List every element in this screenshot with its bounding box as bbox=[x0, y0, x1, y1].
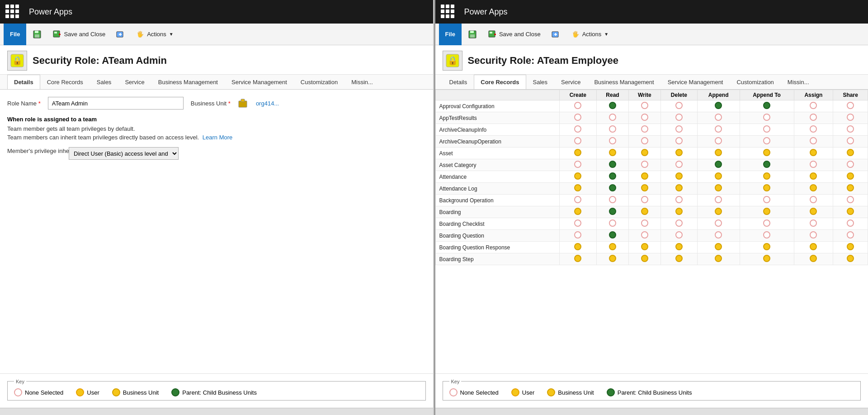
table-cell-perm[interactable] bbox=[697, 171, 740, 183]
perm-circle[interactable] bbox=[847, 231, 854, 239]
table-cell-perm[interactable] bbox=[559, 230, 597, 242]
perm-circle[interactable] bbox=[641, 219, 648, 227]
perm-circle[interactable] bbox=[810, 172, 817, 180]
perm-circle[interactable] bbox=[847, 172, 854, 180]
perm-circle[interactable] bbox=[847, 219, 854, 227]
perm-circle[interactable] bbox=[574, 196, 581, 203]
save-icon-left[interactable] bbox=[28, 26, 46, 43]
perm-circle[interactable] bbox=[574, 184, 581, 191]
tab-business-mgmt-right[interactable]: Business Management bbox=[587, 75, 660, 89]
table-cell-perm[interactable] bbox=[628, 183, 660, 195]
perm-circle[interactable] bbox=[763, 125, 770, 133]
business-unit-link[interactable]: org414... bbox=[256, 100, 279, 107]
tab-sales-left[interactable]: Sales bbox=[90, 75, 118, 89]
perm-circle[interactable] bbox=[641, 243, 648, 250]
perm-circle[interactable] bbox=[847, 114, 854, 121]
table-cell-perm[interactable] bbox=[740, 171, 794, 183]
perm-circle[interactable] bbox=[810, 184, 817, 191]
table-cell-perm[interactable] bbox=[833, 183, 868, 195]
perm-circle[interactable] bbox=[609, 208, 616, 215]
table-cell-perm[interactable] bbox=[697, 230, 740, 242]
table-cell-perm[interactable] bbox=[597, 230, 629, 242]
actions-button-right[interactable]: 🖐️ Actions ▼ bbox=[566, 26, 613, 43]
perm-circle[interactable] bbox=[763, 149, 770, 156]
perm-circle[interactable] bbox=[675, 196, 683, 203]
waffle-icon-right[interactable] bbox=[441, 5, 455, 19]
table-cell-perm[interactable] bbox=[559, 124, 597, 136]
perm-circle[interactable] bbox=[609, 243, 616, 250]
tab-missing-right[interactable]: Missin... bbox=[781, 75, 816, 89]
perm-circle[interactable] bbox=[609, 137, 616, 144]
table-cell-perm[interactable] bbox=[833, 171, 868, 183]
perm-circle[interactable] bbox=[847, 149, 854, 156]
perm-circle[interactable] bbox=[675, 161, 683, 168]
perm-circle[interactable] bbox=[675, 231, 683, 239]
perm-circle[interactable] bbox=[574, 172, 581, 180]
table-cell-perm[interactable] bbox=[597, 112, 629, 124]
table-cell-perm[interactable] bbox=[661, 253, 698, 265]
tab-details-left[interactable]: Details bbox=[7, 75, 40, 90]
table-cell-perm[interactable] bbox=[833, 136, 868, 148]
table-cell-perm[interactable] bbox=[833, 206, 868, 218]
perm-circle[interactable] bbox=[675, 102, 683, 109]
table-cell-perm[interactable] bbox=[597, 195, 629, 206]
table-cell-perm[interactable] bbox=[697, 112, 740, 124]
perm-circle[interactable] bbox=[574, 255, 581, 262]
perm-circle[interactable] bbox=[609, 172, 616, 180]
perm-circle[interactable] bbox=[641, 102, 648, 109]
perm-circle[interactable] bbox=[609, 196, 616, 203]
table-cell-perm[interactable] bbox=[794, 230, 833, 242]
perm-circle[interactable] bbox=[715, 219, 722, 227]
perm-circle[interactable] bbox=[763, 208, 770, 215]
table-cell-perm[interactable] bbox=[833, 253, 868, 265]
perm-circle[interactable] bbox=[641, 125, 648, 133]
table-cell-perm[interactable] bbox=[740, 242, 794, 253]
perm-circle[interactable] bbox=[574, 102, 581, 109]
table-cell-perm[interactable] bbox=[697, 218, 740, 230]
table-cell-perm[interactable] bbox=[697, 148, 740, 159]
perm-circle[interactable] bbox=[609, 125, 616, 133]
table-cell-perm[interactable] bbox=[628, 171, 660, 183]
table-cell-perm[interactable] bbox=[559, 242, 597, 253]
tab-missing-left[interactable]: Missin... bbox=[344, 75, 380, 89]
perm-circle[interactable] bbox=[763, 172, 770, 180]
table-cell-perm[interactable] bbox=[661, 112, 698, 124]
table-cell-perm[interactable] bbox=[833, 148, 868, 159]
table-cell-perm[interactable] bbox=[661, 100, 698, 112]
perm-circle[interactable] bbox=[715, 208, 722, 215]
perm-circle[interactable] bbox=[715, 149, 722, 156]
perm-circle[interactable] bbox=[715, 161, 722, 168]
table-cell-perm[interactable] bbox=[597, 206, 629, 218]
table-cell-perm[interactable] bbox=[597, 183, 629, 195]
perm-circle[interactable] bbox=[763, 243, 770, 250]
tab-sales-right[interactable]: Sales bbox=[526, 75, 555, 89]
table-cell-perm[interactable] bbox=[794, 195, 833, 206]
perm-circle[interactable] bbox=[715, 243, 722, 250]
table-cell-perm[interactable] bbox=[740, 253, 794, 265]
perm-circle[interactable] bbox=[847, 243, 854, 250]
perm-circle[interactable] bbox=[847, 102, 854, 109]
table-cell-perm[interactable] bbox=[833, 159, 868, 171]
perm-circle[interactable] bbox=[574, 219, 581, 227]
table-cell-perm[interactable] bbox=[794, 124, 833, 136]
perm-circle[interactable] bbox=[763, 102, 770, 109]
table-cell-perm[interactable] bbox=[597, 148, 629, 159]
perm-circle[interactable] bbox=[763, 231, 770, 239]
role-name-input[interactable] bbox=[48, 97, 184, 110]
perm-circle[interactable] bbox=[574, 149, 581, 156]
table-cell-perm[interactable] bbox=[559, 253, 597, 265]
table-cell-perm[interactable] bbox=[740, 112, 794, 124]
table-cell-perm[interactable] bbox=[697, 253, 740, 265]
perm-circle[interactable] bbox=[675, 255, 683, 262]
perm-circle[interactable] bbox=[715, 125, 722, 133]
perm-circle[interactable] bbox=[763, 161, 770, 168]
table-cell-perm[interactable] bbox=[833, 100, 868, 112]
perm-circle[interactable] bbox=[609, 219, 616, 227]
table-cell-perm[interactable] bbox=[597, 253, 629, 265]
table-cell-perm[interactable] bbox=[559, 195, 597, 206]
table-cell-perm[interactable] bbox=[559, 112, 597, 124]
table-cell-perm[interactable] bbox=[794, 100, 833, 112]
perm-circle[interactable] bbox=[715, 137, 722, 144]
table-cell-perm[interactable] bbox=[597, 136, 629, 148]
table-cell-perm[interactable] bbox=[661, 171, 698, 183]
